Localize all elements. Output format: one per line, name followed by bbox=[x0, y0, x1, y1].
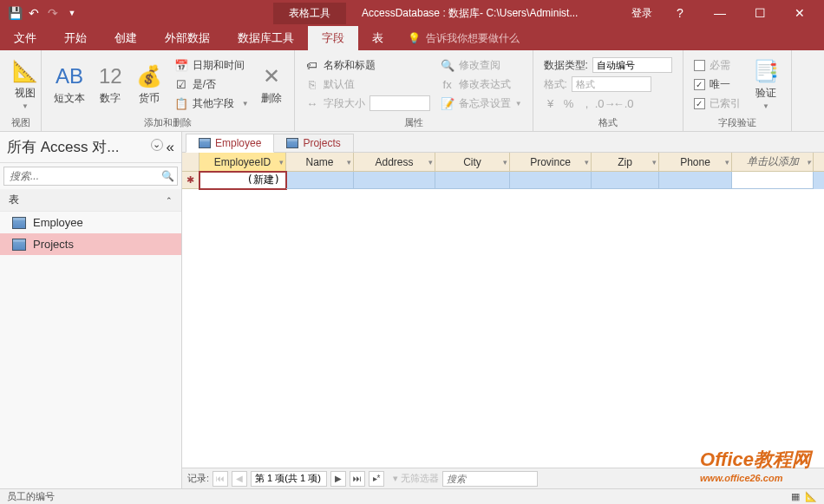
nav-search-input[interactable] bbox=[4, 167, 158, 185]
nav-section-tables[interactable]: 表 ⌃ bbox=[0, 189, 181, 212]
cell[interactable] bbox=[510, 172, 592, 189]
percent-fmt-icon: % bbox=[562, 96, 576, 110]
col-header-phone[interactable]: Phone▾ bbox=[659, 153, 732, 171]
required-check: 必需 bbox=[690, 56, 744, 74]
memo-button: 📝备忘录设置▼ bbox=[437, 95, 526, 112]
col-header-city[interactable]: City▾ bbox=[435, 153, 510, 171]
tab-create[interactable]: 创建 bbox=[101, 26, 151, 50]
morefields-button[interactable]: 📋其他字段▼ bbox=[171, 95, 252, 112]
datasheet-view-icon[interactable]: ▦ bbox=[791, 491, 800, 502]
namecaption-button[interactable]: 🏷名称和标题 bbox=[302, 56, 434, 74]
validation-icon: 📑 bbox=[753, 58, 779, 84]
currency-icon: 💰 bbox=[136, 63, 162, 89]
nav-search[interactable]: 🔍 bbox=[3, 167, 178, 186]
workspace: 所有 Access 对... ⌄« 🔍 表 ⌃ Employee Project… bbox=[0, 132, 824, 488]
redo-icon[interactable]: ↷ bbox=[45, 5, 61, 21]
unique-check[interactable]: ✓唯一 bbox=[690, 75, 744, 93]
chevron-down-icon: ▾ bbox=[503, 158, 507, 167]
chevron-down-icon: ▾ bbox=[279, 158, 284, 167]
cell[interactable] bbox=[732, 172, 814, 189]
add-column-button[interactable]: 单击以添加▾ bbox=[732, 153, 814, 171]
validation-button[interactable]: 📑验证▼ bbox=[748, 54, 784, 115]
last-record-button[interactable]: ⏭ bbox=[350, 471, 365, 487]
col-header-employeeid[interactable]: EmployeeID▾ bbox=[199, 153, 286, 171]
next-record-button[interactable]: ▶ bbox=[330, 471, 346, 487]
default-button: ⎘默认值 bbox=[302, 75, 434, 93]
checkbox-icon: ☑ bbox=[174, 77, 188, 91]
tell-me-search[interactable]: 💡 告诉我你想要做什么 bbox=[397, 26, 530, 50]
col-header-name[interactable]: Name▾ bbox=[286, 153, 354, 171]
maximize-icon[interactable]: ☐ bbox=[748, 4, 772, 22]
cell[interactable] bbox=[354, 172, 435, 189]
col-header-zip[interactable]: Zip▾ bbox=[592, 153, 659, 171]
select-all-corner[interactable] bbox=[182, 153, 199, 171]
tab-table[interactable]: 表 bbox=[358, 26, 397, 50]
save-icon[interactable]: 💾 bbox=[7, 5, 23, 21]
datatype-row: 数据类型: bbox=[540, 56, 676, 74]
tab-external[interactable]: 外部数据 bbox=[151, 26, 224, 50]
format-row: 格式: bbox=[540, 75, 676, 93]
nav-item-projects[interactable]: Projects bbox=[0, 233, 181, 255]
tab-file[interactable]: 文件 bbox=[0, 26, 50, 50]
shorttext-button[interactable]: AB短文本 bbox=[49, 54, 90, 115]
comma-fmt-icon: , bbox=[580, 96, 594, 110]
view-button[interactable]: 📐 视图 ▼ bbox=[7, 54, 43, 115]
cell[interactable] bbox=[592, 172, 659, 189]
chevron-down-icon: ▾ bbox=[725, 158, 729, 167]
collapse-icon[interactable]: « bbox=[167, 139, 174, 156]
title-bar: 💾 ↶ ↷ ▼ 表格工具 AccessDatabase : 数据库- C:\Us… bbox=[0, 0, 824, 26]
row-selector[interactable]: ✱ bbox=[182, 172, 199, 189]
currency-button[interactable]: 💰货币 bbox=[131, 54, 167, 115]
col-header-address[interactable]: Address▾ bbox=[354, 153, 435, 171]
cell[interactable] bbox=[435, 172, 510, 189]
datetime-button[interactable]: 📅日期和时间 bbox=[171, 56, 252, 74]
design-view-icon[interactable]: 📐 bbox=[805, 491, 817, 502]
delete-button[interactable]: ✕删除 bbox=[256, 54, 287, 115]
number-button[interactable]: 12数字 bbox=[94, 54, 128, 115]
undo-icon[interactable]: ↶ bbox=[26, 5, 42, 21]
tab-fields[interactable]: 字段 bbox=[308, 26, 358, 50]
dropdown-icon[interactable]: ⌄ bbox=[151, 139, 163, 151]
table-icon bbox=[12, 239, 26, 251]
doc-tab-projects[interactable]: Projects bbox=[273, 134, 353, 152]
first-record-button[interactable]: ⏮ bbox=[213, 471, 228, 487]
tab-home[interactable]: 开始 bbox=[50, 26, 101, 50]
search-icon[interactable]: 🔍 bbox=[158, 167, 177, 185]
record-search-input[interactable] bbox=[442, 471, 538, 487]
doc-tab-employee[interactable]: Employee bbox=[186, 134, 274, 153]
nav-header[interactable]: 所有 Access 对... ⌄« bbox=[0, 132, 181, 163]
help-icon[interactable]: ? bbox=[668, 4, 692, 22]
col-header-province[interactable]: Province▾ bbox=[510, 153, 592, 171]
chevron-down-icon: ▾ bbox=[807, 158, 811, 167]
table-icon bbox=[286, 138, 298, 148]
checkbox-icon bbox=[694, 60, 705, 71]
table-icon bbox=[12, 217, 26, 229]
tab-dbtools[interactable]: 数据库工具 bbox=[224, 26, 308, 50]
fieldsize-button: ↔字段大小 bbox=[302, 95, 434, 112]
chevron-down-icon: ▾ bbox=[585, 158, 589, 167]
status-bar: 员工的编号 ▦ 📐 bbox=[0, 488, 824, 504]
collapse-section-icon[interactable]: ⌃ bbox=[166, 196, 173, 205]
record-position-input[interactable] bbox=[251, 471, 327, 487]
prev-record-button[interactable]: ◀ bbox=[232, 471, 247, 487]
yesno-button[interactable]: ☑是/否 bbox=[171, 75, 252, 93]
format-buttons: ¥ % , .0→ ←.0 bbox=[540, 95, 676, 112]
new-record-row[interactable]: ✱ (新建) bbox=[182, 172, 824, 189]
cell[interactable] bbox=[659, 172, 732, 189]
navigation-pane: 所有 Access 对... ⌄« 🔍 表 ⌃ Employee Project… bbox=[0, 132, 182, 488]
bulb-icon: 💡 bbox=[408, 32, 421, 44]
increase-decimal-icon: .0→ bbox=[598, 96, 612, 110]
datasheet-view[interactable]: EmployeeID▾ Name▾ Address▾ City▾ Provinc… bbox=[182, 153, 824, 468]
qat-dropdown-icon[interactable]: ▼ bbox=[64, 5, 80, 21]
default-icon: ⎘ bbox=[305, 77, 319, 91]
new-record-button[interactable]: ▸* bbox=[369, 471, 384, 487]
nav-item-employee[interactable]: Employee bbox=[0, 212, 181, 233]
cell[interactable] bbox=[286, 172, 354, 189]
datatype-select[interactable] bbox=[592, 57, 672, 73]
record-label: 记录: bbox=[187, 472, 209, 485]
close-icon[interactable]: ✕ bbox=[788, 4, 812, 22]
cell-new-employeeid[interactable]: (新建) bbox=[199, 172, 286, 189]
login-link[interactable]: 登录 bbox=[631, 6, 652, 21]
minimize-icon[interactable]: — bbox=[708, 4, 732, 22]
status-text: 员工的编号 bbox=[7, 490, 55, 503]
